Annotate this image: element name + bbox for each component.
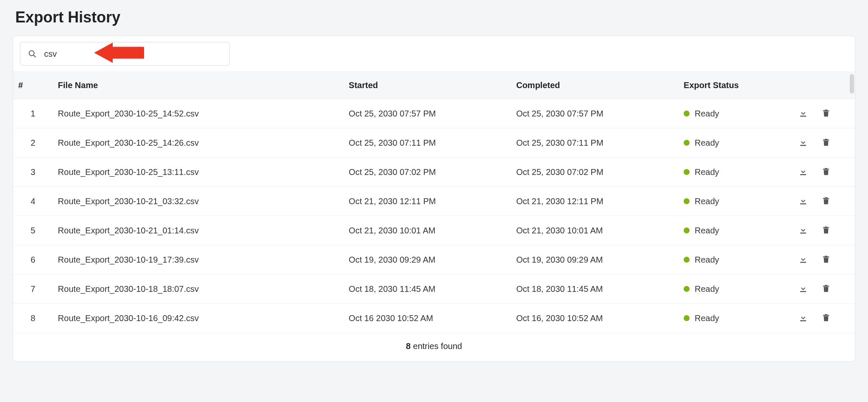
row-index: 4 (13, 187, 53, 216)
download-icon (798, 137, 808, 149)
row-started: Oct 16 2030 10:52 AM (344, 304, 511, 333)
table-footer-row: 8 entries found (13, 333, 855, 362)
row-completed: Oct 21, 2030 10:01 AM (511, 216, 679, 245)
trash-icon (821, 225, 831, 236)
row-status-text: Ready (695, 109, 719, 119)
row-started: Oct 25, 2030 07:57 PM (344, 99, 511, 128)
download-icon (798, 166, 808, 178)
table-row: 7 Route_Export_2030-10-18_18:07.csv Oct … (13, 274, 855, 304)
row-status-cell: Ready (679, 99, 793, 128)
search-icon (28, 49, 37, 58)
download-icon (798, 108, 808, 119)
download-button[interactable] (798, 108, 808, 119)
delete-button[interactable] (821, 225, 831, 236)
download-button[interactable] (798, 255, 808, 265)
row-completed: Oct 25, 2030 07:11 PM (511, 128, 679, 158)
col-header-index[interactable]: # (13, 72, 53, 99)
search-wrap (20, 42, 230, 66)
svg-rect-11 (800, 320, 806, 321)
svg-line-1 (33, 55, 36, 57)
row-actions-cell (793, 274, 855, 304)
delete-button[interactable] (821, 313, 831, 323)
trash-icon (821, 167, 831, 177)
col-header-status[interactable]: Export Status (679, 72, 793, 99)
col-header-started[interactable]: Started (344, 72, 511, 99)
row-started: Oct 18, 2030 11:45 AM (344, 274, 511, 304)
row-completed: Oct 21, 2030 12:11 PM (511, 187, 679, 216)
trash-icon (821, 313, 831, 324)
table-row: 4 Route_Export_2030-10-21_03:32.csv Oct … (13, 187, 855, 216)
export-history-panel: # File Name Started Completed Export Sta… (13, 36, 855, 362)
download-button[interactable] (798, 167, 808, 177)
status-dot-icon (684, 286, 690, 292)
row-index: 3 (13, 158, 53, 187)
svg-rect-5 (800, 145, 806, 146)
trash-icon (821, 284, 831, 294)
row-file-name: Route_Export_2030-10-25_14:52.csv (53, 99, 344, 128)
export-history-table: # File Name Started Completed Export Sta… (13, 72, 855, 361)
row-actions-cell (793, 99, 855, 128)
row-index: 1 (13, 99, 53, 128)
row-file-name: Route_Export_2030-10-25_13:11.csv (53, 158, 344, 187)
trash-icon (821, 255, 831, 265)
delete-button[interactable] (821, 167, 831, 177)
download-button[interactable] (798, 313, 808, 323)
delete-button[interactable] (821, 284, 831, 294)
trash-icon (821, 138, 831, 148)
row-started: Oct 21, 2030 12:11 PM (344, 187, 511, 216)
row-status-text: Ready (695, 226, 719, 236)
panel-toolbar (13, 36, 855, 72)
table-row: 5 Route_Export_2030-10-21_01:14.csv Oct … (13, 216, 855, 245)
row-status-text: Ready (695, 313, 719, 323)
download-button[interactable] (798, 196, 808, 206)
col-header-file-name[interactable]: File Name (53, 72, 344, 99)
col-header-actions (793, 72, 855, 99)
svg-rect-7 (800, 203, 806, 204)
status-dot-icon (684, 111, 690, 116)
row-status-cell: Ready (679, 216, 793, 245)
delete-button[interactable] (821, 255, 831, 265)
row-status-text: Ready (695, 197, 719, 206)
row-file-name: Route_Export_2030-10-25_14:26.csv (53, 128, 344, 158)
row-actions-cell (793, 245, 855, 274)
status-dot-icon (684, 315, 690, 321)
row-status-cell: Ready (679, 128, 793, 158)
table-row: 6 Route_Export_2030-10-19_17:39.csv Oct … (13, 245, 855, 274)
download-button[interactable] (798, 138, 808, 148)
download-icon (798, 254, 808, 266)
row-started: Oct 21, 2030 10:01 AM (344, 216, 511, 245)
svg-rect-6 (800, 174, 806, 175)
scrollbar-thumb[interactable] (850, 74, 854, 94)
row-status-text: Ready (695, 255, 719, 265)
row-index: 2 (13, 128, 53, 158)
download-icon (798, 283, 808, 295)
download-button[interactable] (798, 284, 808, 294)
svg-rect-10 (800, 291, 806, 292)
row-status-cell: Ready (679, 187, 793, 216)
search-input[interactable] (20, 42, 230, 66)
row-status-text: Ready (695, 138, 719, 148)
delete-button[interactable] (821, 138, 831, 148)
delete-button[interactable] (821, 196, 831, 206)
trash-icon (821, 196, 831, 207)
delete-button[interactable] (821, 108, 831, 119)
row-index: 8 (13, 304, 53, 333)
col-header-completed[interactable]: Completed (511, 72, 679, 99)
table-row: 3 Route_Export_2030-10-25_13:11.csv Oct … (13, 158, 855, 187)
table-row: 8 Route_Export_2030-10-16_09:42.csv Oct … (13, 304, 855, 333)
download-button[interactable] (798, 225, 808, 236)
row-actions-cell (793, 216, 855, 245)
entries-count: 8 (406, 341, 411, 351)
row-index: 6 (13, 245, 53, 274)
row-status-cell: Ready (679, 245, 793, 274)
table-header-row: # File Name Started Completed Export Sta… (13, 72, 855, 99)
entries-suffix: entries found (411, 341, 462, 351)
row-index: 7 (13, 274, 53, 304)
row-status-cell: Ready (679, 304, 793, 333)
row-completed: Oct 19, 2030 09:29 AM (511, 245, 679, 274)
row-file-name: Route_Export_2030-10-16_09:42.csv (53, 304, 344, 333)
status-dot-icon (684, 227, 690, 233)
trash-icon (821, 108, 831, 119)
row-actions-cell (793, 158, 855, 187)
row-file-name: Route_Export_2030-10-19_17:39.csv (53, 245, 344, 274)
